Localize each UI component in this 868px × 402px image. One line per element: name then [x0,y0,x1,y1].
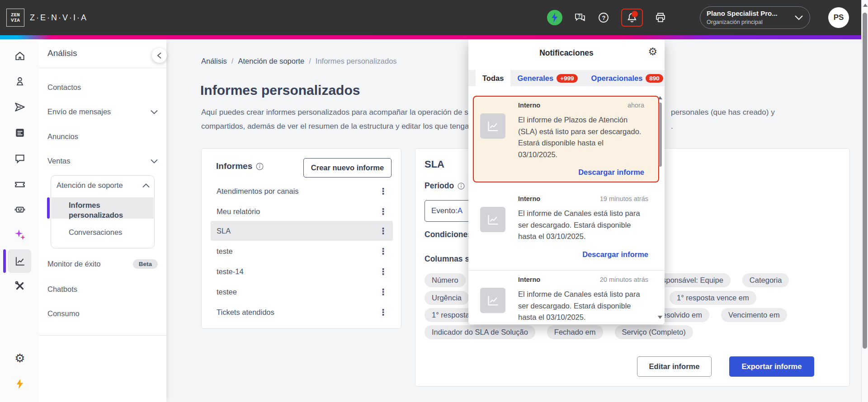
create-report-button[interactable]: Crear nuevo informe [303,158,392,178]
sidebar-collapse-button[interactable] [152,48,167,63]
sidebar-item-label: Envío de mensajes [47,108,151,116]
tab-count-badge: +999 [557,74,577,83]
edit-report-button[interactable]: Editar informe [637,356,712,377]
sidebar-item-label: Chatbots [47,285,158,294]
notification-item-highlighted[interactable]: Interno ahora El informe de Plazos de At… [473,96,659,182]
notifications-tabbar: Todas Generales +999 Operacionales 890 [468,70,665,86]
report-list-item[interactable]: teste-14 ⋮ [211,262,393,281]
kebab-menu-icon[interactable]: ⋮ [379,208,387,215]
contacts-icon[interactable] [12,73,28,89]
kebab-menu-icon[interactable]: ⋮ [379,289,387,295]
tickets-icon[interactable] [12,176,28,192]
column-chip[interactable]: Indicador do SLA de Solução [425,325,535,339]
help-icon[interactable]: ? [598,12,609,23]
kebab-menu-icon[interactable]: ⋮ [379,309,387,315]
evento-value: A [458,206,462,215]
avatar[interactable]: PS [828,7,849,28]
column-chip[interactable]: Categoria [742,273,789,287]
organization-selector[interactable]: Plano Specialist Pro... Organización pri… [700,6,810,29]
tab-generales[interactable]: Generales +999 [510,70,584,86]
report-list-item-selected[interactable]: SLA ⋮ [211,221,393,241]
print-icon[interactable] [655,12,666,23]
column-chip[interactable]: Urgência [425,291,469,305]
info-icon[interactable] [256,163,264,170]
page-description-line2: compartidos, además de ver el resumen de… [201,122,469,131]
columns-chip-row-3-right: esolvido em Vencimento em [655,308,787,322]
info-icon[interactable] [458,182,465,190]
settings-gear-icon[interactable]: ⚙ [12,350,28,366]
informes-title-text: Informes [216,161,252,171]
notifications-bell-button[interactable] [621,9,643,27]
notification-item[interactable]: Interno 20 minutos atrás El informe de C… [468,270,665,324]
sidebar-item-contactos[interactable]: Contactos [47,83,158,92]
ai-sparkles-icon[interactable] [12,226,28,243]
shortcuts-lightning-icon[interactable] [12,376,28,392]
brand-gradient-bar [0,35,868,39]
analytics-icon[interactable] [12,253,28,269]
column-chip[interactable]: Vencimento em [721,308,787,322]
page-scrollbar-thumb[interactable] [863,13,867,349]
column-chip[interactable]: Número [425,273,466,287]
analysis-sidebar: Análisis Contactos Envío de mensajes Anu… [39,39,166,402]
sidebar-item-informes-personalizados[interactable]: Informes personalizados [69,200,150,220]
column-chip[interactable]: sponsável: Equipe [655,273,731,287]
tab-operacionales[interactable]: Operacionales 890 [585,70,665,86]
sidebar-item-anuncios[interactable]: Anuncios [47,132,158,141]
conversations-icon[interactable] [12,150,28,167]
kebab-menu-icon[interactable]: ⋮ [379,188,387,194]
export-report-button[interactable]: Exportar informe [729,356,814,377]
column-chip[interactable]: Serviço (Completo) [615,325,693,339]
panel-scroll-down-arrow[interactable] [658,316,662,319]
page-description-line1: Aquí puedes crear informes personalizado… [201,108,472,117]
report-chart-icon [480,207,505,232]
support-chat-icon[interactable]: ? [574,12,586,23]
page-scroll-up-arrow[interactable] [863,4,868,7]
system-status-icon[interactable] [547,10,562,25]
notifications-panel: Notificaciones ⚙ Todas Generales +999 Op… [468,39,665,324]
sidebar-item-chatbots[interactable]: Chatbots [47,285,158,294]
breadcrumb: Análisis / Atención de soporte / Informe… [201,57,397,65]
download-report-link[interactable]: Descargar informe [518,250,648,259]
page-scrollbar[interactable] [861,0,868,402]
sidebar-item-monitor-de-exito[interactable]: Monitor de éxito Beta [47,259,158,269]
columns-chip-row-4: Indicador do SLA de Solução Fechado em S… [425,325,693,339]
download-report-link[interactable]: Descargar informe [518,168,644,177]
kebab-menu-icon[interactable]: ⋮ [379,268,387,275]
sidebar-item-conversaciones[interactable]: Conversaciones [69,228,150,237]
report-list-item[interactable]: Tickets atendidos ⋮ [211,302,393,322]
sidebar-item-atencion-de-soporte[interactable]: Atención de soporte [57,181,150,190]
tools-icon[interactable] [12,278,28,294]
tab-count-badge: 890 [646,74,663,83]
columns-chip-row-1-right: sponsável: Equipe Categoria [655,273,789,287]
notification-item[interactable]: Interno 19 minutos atrás El informe de C… [468,190,665,263]
panel-scroll-up-arrow[interactable] [658,96,662,99]
svg-text:?: ? [578,14,580,19]
report-list-item[interactable]: Atendimentos por canais ⋮ [211,181,393,201]
sidebar-item-consumo[interactable]: Consumo [47,309,158,318]
tab-label: Operacionales [591,74,643,83]
sidebar-item-ventas[interactable]: Ventas [47,157,158,165]
kebab-menu-icon[interactable]: ⋮ [379,248,387,254]
breadcrumb-atencion-de-soporte[interactable]: Atención de soporte [238,57,304,65]
breadcrumb-analisis[interactable]: Análisis [201,57,227,65]
column-chip[interactable]: Fechado em [547,325,603,339]
sidebar-item-envio-de-mensajes[interactable]: Envío de mensajes [47,108,158,116]
report-name: SLA [217,227,379,235]
column-chip[interactable]: 1° resposta vence em [670,291,756,305]
kebab-menu-icon[interactable]: ⋮ [379,228,387,234]
tab-todas[interactable]: Todas [476,70,510,86]
page-description-line2-cont: . [671,122,673,131]
sidebar-item-label: Contactos [47,83,158,92]
panel-scrollbar-thumb[interactable] [659,103,662,167]
report-list-item[interactable]: teste ⋮ [211,241,393,261]
report-list-item[interactable]: Meu relatório ⋮ [211,201,393,221]
plan-name: Plano Specialist Pro... [707,9,778,17]
bot-icon[interactable] [12,201,28,217]
report-list-item[interactable]: testee ⋮ [211,282,393,302]
notification-settings-gear-icon[interactable]: ⚙ [648,46,657,57]
send-message-icon[interactable] [12,99,28,115]
report-chart-icon [480,288,505,313]
documents-icon[interactable] [12,125,28,141]
informes-panel: Informes Crear nuevo informe Atendimento… [201,148,401,329]
home-icon[interactable] [12,48,28,64]
